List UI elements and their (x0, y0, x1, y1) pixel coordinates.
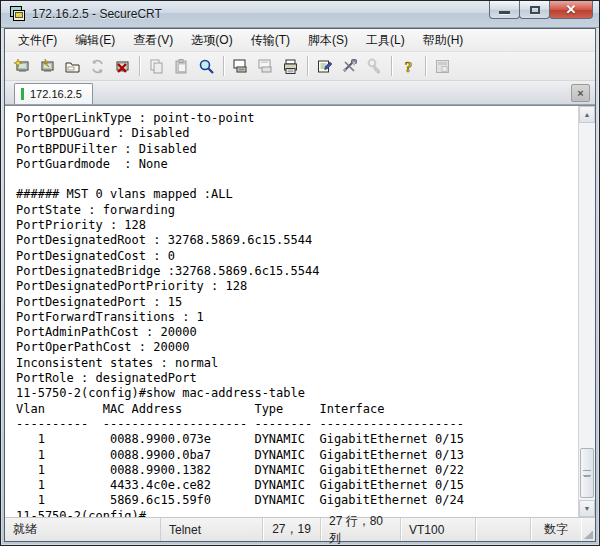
session-manager-icon (434, 58, 451, 75)
print-button[interactable] (278, 54, 303, 78)
tab-bar: 172.16.2.5 × (5, 81, 595, 105)
copy-button (144, 54, 169, 78)
tab-close-button[interactable]: × (571, 84, 590, 102)
find-icon (198, 58, 215, 75)
reconnect-button (85, 54, 110, 78)
scrollbar-track[interactable] (579, 123, 595, 500)
connect-button[interactable] (35, 54, 60, 78)
toolbar-separator (425, 56, 426, 76)
tab-close-icon: × (577, 88, 583, 99)
status-blank (476, 518, 531, 541)
menu-item[interactable]: 文件(F) (9, 29, 66, 52)
resize-grip[interactable] (581, 518, 595, 541)
toolbar: ? (5, 52, 595, 81)
toolbar-separator (139, 56, 140, 76)
connect-in-tab-icon (64, 58, 81, 75)
print-screen-icon (232, 58, 249, 75)
scrollbar-grip-icon (583, 470, 591, 476)
global-options-button[interactable] (337, 54, 362, 78)
copy-icon (148, 58, 165, 75)
quick-connect-button[interactable] (10, 54, 35, 78)
connect-icon (39, 58, 56, 75)
status-emulation: VT100 (401, 518, 476, 541)
status-ready: 就绪 (5, 518, 160, 541)
window-title: 172.16.2.5 - SecureCRT (32, 7, 162, 21)
app-icon (10, 6, 26, 22)
terminal-output[interactable]: PortOperLinkType : point-to-point PortBP… (5, 106, 578, 517)
vertical-scrollbar[interactable]: ▲ ▼ (578, 106, 595, 517)
session-tab-label: 172.16.2.5 (30, 88, 82, 100)
keymap-icon (366, 58, 383, 75)
print-selection-button (253, 54, 278, 78)
find-button[interactable] (194, 54, 219, 78)
scroll-up-icon: ▲ (584, 111, 591, 118)
menu-item[interactable]: 工具(L) (357, 29, 414, 52)
status-num-lock: 数字 (531, 518, 581, 541)
close-button[interactable]: ✕ (549, 1, 593, 19)
session-options-button[interactable] (312, 54, 337, 78)
session-tab[interactable]: 172.16.2.5 (14, 83, 93, 104)
session-manager-button (430, 54, 455, 78)
menu-item[interactable]: 传输(T) (242, 29, 299, 52)
menu-item[interactable]: 查看(V) (124, 29, 182, 52)
session-options-icon (316, 58, 333, 75)
toolbar-separator (391, 56, 392, 76)
menu-item[interactable]: 选项(O) (182, 29, 241, 52)
keymap-button (362, 54, 387, 78)
connect-in-tab-button[interactable] (60, 54, 85, 78)
disconnect-button[interactable] (110, 54, 135, 78)
maximize-icon (530, 6, 540, 14)
minimize-button[interactable] (489, 1, 520, 19)
scroll-down-icon: ▼ (584, 505, 591, 512)
menu-item[interactable]: 编辑(E) (66, 29, 124, 52)
disconnect-icon (114, 58, 131, 75)
menu-item[interactable]: 帮助(H) (414, 29, 473, 52)
maximize-button[interactable] (519, 1, 550, 19)
help-button[interactable]: ? (396, 54, 421, 78)
scrollbar-thumb[interactable] (580, 448, 594, 498)
svg-text:?: ? (405, 59, 413, 75)
securecrt-window: 172.16.2.5 - SecureCRT ✕ 文件(F)编辑(E)查看(V)… (0, 0, 600, 546)
print-icon (282, 58, 299, 75)
status-cursor-position: 27，19 (263, 518, 321, 541)
global-options-icon (341, 58, 358, 75)
terminal-area: PortOperLinkType : point-to-point PortBP… (5, 105, 595, 517)
help-icon: ? (400, 58, 417, 75)
window-content: 文件(F)编辑(E)查看(V)选项(O)传输(T)脚本(S)工具(L)帮助(H)… (4, 28, 596, 542)
status-protocol: Telnet (160, 518, 263, 541)
minimize-icon (499, 11, 510, 14)
close-icon: ✕ (566, 3, 577, 16)
paste-icon (173, 58, 190, 75)
print-screen-button[interactable] (228, 54, 253, 78)
status-bar: 就绪 Telnet 27，19 27 行，80 列 VT100 数字 (5, 517, 595, 541)
menu-bar: 文件(F)编辑(E)查看(V)选项(O)传输(T)脚本(S)工具(L)帮助(H) (5, 29, 595, 52)
paste-button (169, 54, 194, 78)
scroll-up-button[interactable]: ▲ (579, 106, 595, 123)
toolbar-separator (223, 56, 224, 76)
connected-indicator-icon (21, 88, 24, 100)
scroll-down-button[interactable]: ▼ (579, 500, 595, 517)
print-selection-icon (257, 58, 274, 75)
status-terminal-size: 27 行，80 列 (321, 518, 401, 541)
title-bar: 172.16.2.5 - SecureCRT ✕ (1, 1, 599, 28)
menu-item[interactable]: 脚本(S) (299, 29, 357, 52)
reconnect-icon (89, 58, 106, 75)
toolbar-separator (307, 56, 308, 76)
quick-connect-icon (14, 58, 31, 75)
